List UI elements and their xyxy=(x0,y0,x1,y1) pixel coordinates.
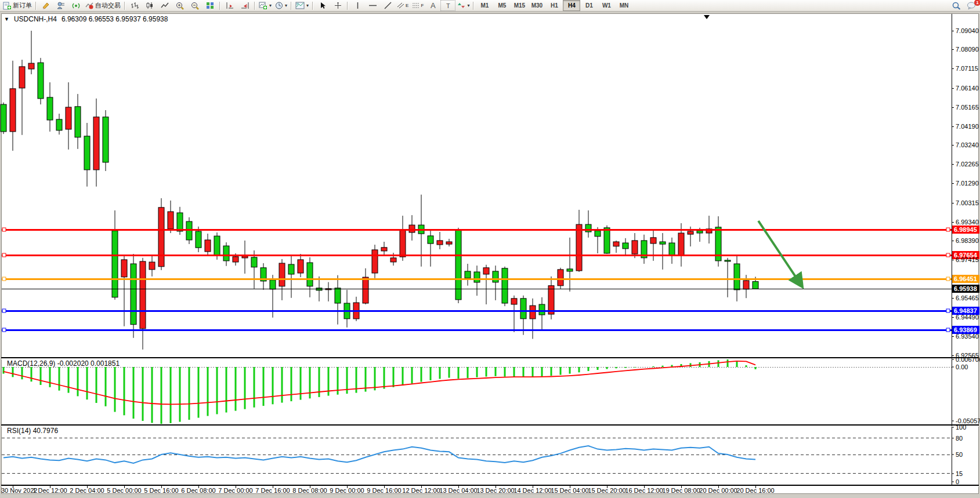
toolbar-separator xyxy=(291,2,292,10)
new-chart-button[interactable]: ▾ xyxy=(257,0,273,11)
arrows-tool-button[interactable]: ▾ xyxy=(455,0,471,11)
line-handle[interactable] xyxy=(2,328,6,332)
zoom-out-button[interactable] xyxy=(187,0,202,11)
vertical-line-button[interactable] xyxy=(350,0,365,11)
timeframe-W1-button[interactable]: W1 xyxy=(598,0,615,11)
dropdown-caret-icon: ▾ xyxy=(285,3,287,8)
price-axis-tick: 6.98390 xyxy=(956,237,979,244)
bar-chart-button[interactable] xyxy=(127,0,142,11)
rsi-label: RSI(14) 40.7976 xyxy=(7,427,58,435)
channel-icon xyxy=(397,2,404,9)
candle xyxy=(455,228,461,303)
line-handle[interactable] xyxy=(946,328,950,332)
timeframe-group: M1M5M15M30H1H4D1W1MN xyxy=(476,0,632,11)
candle xyxy=(158,198,164,270)
price-axis-tick: 7.04190 xyxy=(956,123,979,130)
chart-shift-button[interactable] xyxy=(237,0,252,11)
time-axis-label: 20 Dec 16:00 xyxy=(736,487,774,494)
arrows-tool-icon xyxy=(457,2,465,9)
time-axis-label: 15 Dec 04:00 xyxy=(551,487,588,494)
text-tool-letter: A xyxy=(431,1,436,10)
autotrading-button[interactable]: 自动交易 xyxy=(84,0,122,11)
search-button[interactable] xyxy=(949,0,964,11)
line-handle[interactable] xyxy=(2,253,6,257)
candle xyxy=(372,245,378,278)
price-tag: 6.95938 xyxy=(952,285,979,293)
line-handle[interactable] xyxy=(2,228,6,231)
chart-window-background xyxy=(2,14,979,494)
time-axis-label: 15 Dec 20:00 xyxy=(588,487,625,494)
clock-icon xyxy=(275,2,283,9)
line-handle[interactable] xyxy=(946,228,950,231)
auto-scroll-button[interactable] xyxy=(222,0,237,11)
chart-canvas[interactable]: 6.989456.976546.964516.959386.948376.938… xyxy=(0,0,980,498)
fibonacci-letter: F xyxy=(421,3,424,8)
toolbar: 新订单 自动交易 ▾ ▾ xyxy=(0,0,980,12)
cursor-button[interactable] xyxy=(315,0,330,11)
line-chart-button[interactable] xyxy=(157,0,172,11)
label-tool-letter: T xyxy=(446,2,450,9)
rsi-axis-label: 50 xyxy=(956,451,963,458)
chart-ohlc-values: 6.96309 6.96553 6.95937 6.95938 xyxy=(62,15,168,23)
price-axis-tick: 7.02265 xyxy=(956,161,979,168)
metaeditor-button[interactable] xyxy=(38,0,53,11)
line-handle[interactable] xyxy=(946,277,950,281)
candlestick-chart-icon xyxy=(146,2,154,9)
new-order-button[interactable]: 新订单 xyxy=(1,0,34,11)
signals-button[interactable] xyxy=(68,0,84,11)
notification-badge: 1 xyxy=(974,0,980,6)
price-axis-tick: 7.05165 xyxy=(956,104,979,111)
horizontal-line-icon xyxy=(368,2,377,9)
svg-text:6.98945: 6.98945 xyxy=(954,226,977,233)
toolbar-separator xyxy=(219,2,220,10)
time-axis-label: 16 Dec 12:00 xyxy=(625,487,663,494)
timeframe-M1-button[interactable]: M1 xyxy=(476,0,493,11)
fibonacci-button[interactable]: F xyxy=(410,0,425,11)
timeframe-M5-button[interactable]: M5 xyxy=(493,0,511,11)
timeframe-H1-button[interactable]: H1 xyxy=(545,0,563,11)
toolbar-separator xyxy=(254,2,255,10)
text-label-button[interactable]: T xyxy=(440,0,455,11)
timeframe-H4-button[interactable]: H4 xyxy=(563,0,580,11)
price-tag: 6.98945 xyxy=(952,226,979,234)
line-handle[interactable] xyxy=(946,309,950,312)
candle xyxy=(38,58,44,104)
timeframe-D1-button[interactable]: D1 xyxy=(580,0,598,11)
line-handle[interactable] xyxy=(2,309,6,312)
market-watch-button[interactable] xyxy=(53,0,68,11)
timeframe-M30-button[interactable]: M30 xyxy=(528,0,545,11)
zoom-in-button[interactable] xyxy=(172,0,187,11)
periods-dropdown-button[interactable]: ▾ xyxy=(273,0,289,11)
line-handle[interactable] xyxy=(946,253,950,257)
timeframe-M15-button[interactable]: M15 xyxy=(511,0,528,11)
time-axis-label: 1 Dec 12:00 xyxy=(32,487,67,494)
trendline-button[interactable] xyxy=(380,0,395,11)
macd-axis-label: 0.006706 xyxy=(956,356,980,363)
macd-axis-label: 0.00 xyxy=(956,363,968,370)
rsi-axis-label: 0 xyxy=(956,478,959,485)
price-axis-tick: 7.03240 xyxy=(956,141,979,148)
crosshair-button[interactable] xyxy=(330,0,345,11)
line-handle[interactable] xyxy=(2,277,6,281)
time-axis-label: 5 Dec 00:00 xyxy=(107,487,141,494)
candlestick-chart-button[interactable] xyxy=(142,0,157,11)
time-axis-label: 7 Dec 16:00 xyxy=(255,487,290,494)
text-button[interactable]: A xyxy=(425,0,440,11)
toolbar-separator xyxy=(312,2,313,10)
price-axis-tick: 6.99340 xyxy=(956,219,979,226)
notifications-button[interactable]: 1 xyxy=(964,0,979,11)
chart-collapse-icon[interactable]: ▼ xyxy=(4,16,9,22)
cursor-icon xyxy=(319,2,326,9)
equidistant-channel-button[interactable]: E xyxy=(395,0,410,11)
dropdown-caret-icon: ▾ xyxy=(306,3,309,8)
dropdown-caret-icon: ▾ xyxy=(467,3,469,8)
time-axis-label: 13 Dec 04:00 xyxy=(439,487,477,494)
market-watch-icon xyxy=(57,2,65,9)
price-axis-tick: 7.01290 xyxy=(956,180,979,187)
horizontal-line-button[interactable] xyxy=(365,0,380,11)
price-axis-tick: 7.08090 xyxy=(956,46,979,53)
chart-shift-icon xyxy=(241,2,249,9)
tile-windows-button[interactable] xyxy=(202,0,218,11)
timeframe-MN-button[interactable]: MN xyxy=(615,0,632,11)
templates-button[interactable]: ▾ xyxy=(294,0,310,11)
